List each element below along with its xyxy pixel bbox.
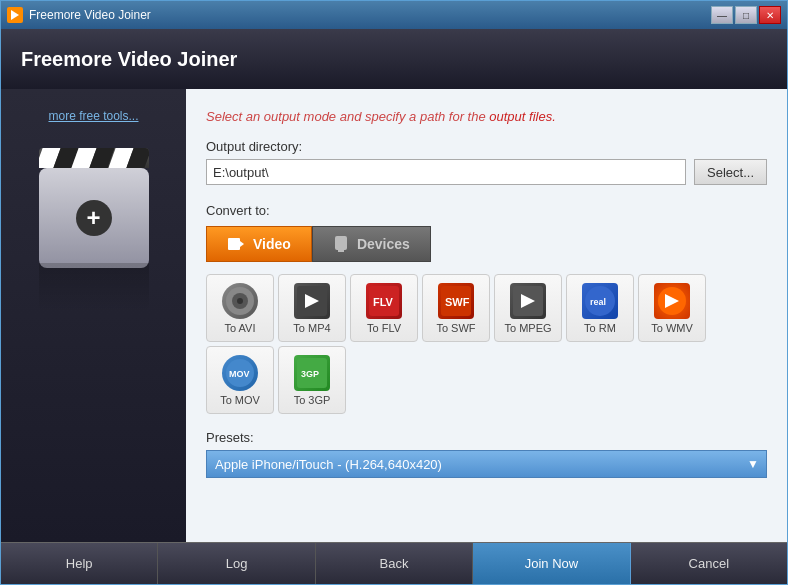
format-mov-icon: MOV [222, 355, 258, 391]
format-rm-button[interactable]: real To RM [566, 274, 634, 342]
svg-rect-3 [335, 236, 347, 250]
svg-rect-1 [228, 238, 240, 250]
main-content: more free tools... + [1, 89, 787, 542]
sidebar: more free tools... + [1, 89, 186, 542]
format-avi-button[interactable]: To AVI [206, 274, 274, 342]
format-avi-label: To AVI [225, 322, 256, 334]
video-icon [227, 235, 245, 253]
bottom-bar: Help Log Back Join Now Cancel [1, 542, 787, 584]
clapperboard-logo: + [34, 148, 154, 268]
help-button[interactable]: Help [1, 543, 158, 584]
back-button[interactable]: Back [316, 543, 473, 584]
format-mp4-label: To MP4 [293, 322, 330, 334]
clapper-body: + [39, 168, 149, 268]
more-tools-link[interactable]: more free tools... [48, 109, 138, 123]
format-3gp-button[interactable]: 3GP To 3GP [278, 346, 346, 414]
join-now-button[interactable]: Join Now [473, 543, 630, 584]
format-mp4-icon [294, 283, 330, 319]
svg-text:FLV: FLV [373, 296, 394, 308]
svg-text:real: real [590, 297, 606, 307]
video-mode-button[interactable]: Video [206, 226, 312, 262]
select-button[interactable]: Select... [694, 159, 767, 185]
window-controls: — □ ✕ [711, 6, 781, 24]
format-flv-button[interactable]: FLV To FLV [350, 274, 418, 342]
dir-input[interactable] [206, 159, 686, 185]
content-panel: Select an output mode and specify a path… [186, 89, 787, 542]
add-icon: + [76, 200, 112, 236]
window-title: Freemore Video Joiner [29, 8, 151, 22]
app-title: Freemore Video Joiner [21, 48, 237, 71]
format-3gp-label: To 3GP [294, 394, 331, 406]
format-mpeg-button[interactable]: To MPEG [494, 274, 562, 342]
log-button[interactable]: Log [158, 543, 315, 584]
clapper-top [39, 148, 149, 168]
presets-select[interactable]: Apple iPhone/iTouch - (H.264,640x420) [206, 450, 767, 478]
format-swf-button[interactable]: SWF To SWF [422, 274, 490, 342]
clapper-stripes [39, 148, 149, 168]
format-wmv-button[interactable]: To WMV [638, 274, 706, 342]
devices-mode-button[interactable]: Devices [312, 226, 431, 262]
format-wmv-icon [654, 283, 690, 319]
instruction-text: Select an output mode and specify a path… [206, 109, 767, 124]
svg-text:MOV: MOV [229, 369, 250, 379]
maximize-button[interactable]: □ [735, 6, 757, 24]
close-button[interactable]: ✕ [759, 6, 781, 24]
format-mov-label: To MOV [220, 394, 260, 406]
format-mpeg-label: To MPEG [504, 322, 551, 334]
format-grid: To AVI To MP4 FLV To FLV SWF To SWF To M… [206, 274, 767, 414]
title-bar: Freemore Video Joiner — □ ✕ [1, 1, 787, 29]
clapper-reflection [39, 263, 149, 313]
svg-rect-4 [338, 250, 344, 252]
dir-label: Output directory: [206, 139, 767, 154]
svg-marker-0 [11, 10, 19, 20]
svg-text:SWF: SWF [445, 296, 470, 308]
devices-icon [333, 235, 349, 253]
mode-buttons: Video Devices [206, 226, 767, 262]
svg-point-7 [237, 298, 243, 304]
app-icon [7, 7, 23, 23]
svg-marker-2 [240, 241, 244, 247]
instruction-highlight: output files. [489, 109, 556, 124]
main-window: Freemore Video Joiner — □ ✕ Freemore Vid… [0, 0, 788, 585]
format-swf-icon: SWF [438, 283, 474, 319]
format-avi-icon [222, 283, 258, 319]
presets-label: Presets: [206, 430, 767, 445]
format-wmv-label: To WMV [651, 322, 693, 334]
instruction-normal: Select an output mode and specify a path… [206, 109, 489, 124]
format-3gp-icon: 3GP [294, 355, 330, 391]
format-mov-button[interactable]: MOV To MOV [206, 346, 274, 414]
format-mp4-button[interactable]: To MP4 [278, 274, 346, 342]
app-header: Freemore Video Joiner [1, 29, 787, 89]
title-bar-left: Freemore Video Joiner [7, 7, 151, 23]
format-flv-label: To FLV [367, 322, 401, 334]
dir-row: Select... [206, 159, 767, 185]
cancel-button[interactable]: Cancel [631, 543, 787, 584]
minimize-button[interactable]: — [711, 6, 733, 24]
convert-label: Convert to: [206, 203, 767, 218]
presets-wrapper: Apple iPhone/iTouch - (H.264,640x420) ▼ [206, 450, 767, 478]
format-flv-icon: FLV [366, 283, 402, 319]
format-mpeg-icon [510, 283, 546, 319]
svg-text:3GP: 3GP [301, 369, 319, 379]
format-rm-label: To RM [584, 322, 616, 334]
format-rm-icon: real [582, 283, 618, 319]
format-swf-label: To SWF [436, 322, 475, 334]
